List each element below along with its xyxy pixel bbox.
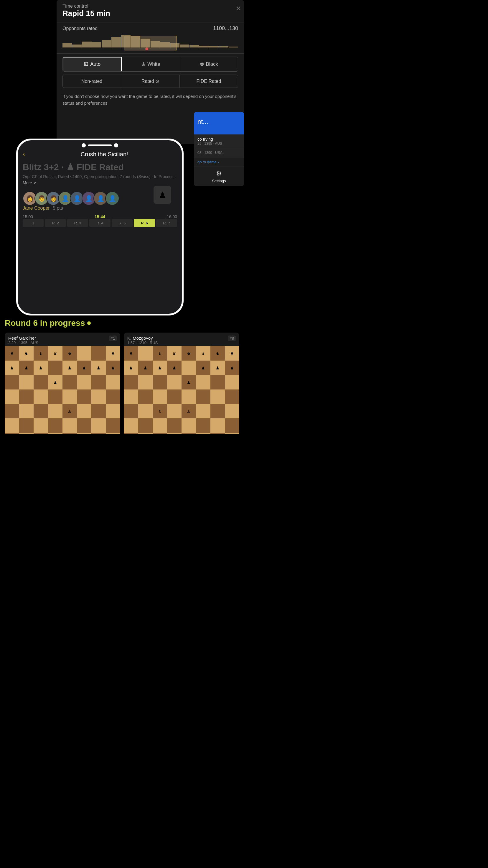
game-card-2[interactable]: K. Mozgovoy 1:57 · 1210 · RUS #8 ♜ ♝ ♛ ♚… [124, 333, 239, 434]
cell: ♟ [196, 361, 210, 375]
game-card-1-player: Reef Gardiner 2:29 · 1395 · AUS [8, 336, 38, 345]
cell [225, 418, 239, 433]
cell: ♙ [5, 433, 19, 434]
close-icon[interactable]: ✕ [236, 5, 241, 12]
tournament-header: Blitz 3+2 · ♟ FIDE Rated Org. CF of Russ… [23, 161, 177, 187]
cell [5, 418, 19, 433]
round-3[interactable]: R. 3 [67, 219, 88, 227]
cell [182, 361, 196, 375]
round-1[interactable]: 1 [23, 219, 44, 227]
cell: ♙ [34, 433, 48, 434]
settings-section[interactable]: ⚙ Settings [194, 167, 244, 186]
gear-icon: ⚙ [216, 170, 222, 178]
cell [210, 390, 225, 404]
games-grid: Reef Gardiner 2:29 · 1395 · AUS #1 ♜ ♞ ♝… [5, 333, 239, 434]
cell: ♞ [210, 346, 225, 361]
cell [153, 375, 167, 390]
cell [63, 390, 77, 404]
cell: ♙ [48, 433, 63, 434]
chess-board-1: ♜ ♞ ♝ ♛ ♚ ♜ ♟ ♟ ♟ ♟ ♟ ♟ ♟ [5, 346, 120, 434]
cell [77, 404, 91, 418]
time-control-value: Rapid 15 min [63, 9, 238, 18]
cell [48, 390, 63, 404]
cell: ♛ [48, 346, 63, 361]
round-6[interactable]: R. 6 [134, 219, 155, 227]
tournament-subtitle: Org. CF of Russia, Rated <1400, Open par… [23, 174, 177, 186]
settings-icon-wrapper: ⚙ Settings [197, 170, 240, 183]
back-arrow-icon[interactable]: ‹ [23, 150, 32, 158]
cell: ♟ [124, 361, 138, 375]
status-preferences-text: status and preferences [63, 100, 107, 105]
cell [77, 390, 91, 404]
rated-button[interactable]: Rated ⊙ [121, 75, 180, 88]
cell [91, 418, 106, 433]
cell [153, 390, 167, 404]
cell: ♙ [182, 404, 196, 418]
sidebar-player-1-info: 29 · 1395 · AUS [197, 142, 240, 146]
round-2[interactable]: R. 2 [45, 219, 66, 227]
color-button-group: ⚄ Auto ♔ White ♚ Black [63, 57, 238, 72]
timeline-start: 15:00 [23, 214, 33, 219]
time-control-section: Time control Rapid 15 min ✕ [57, 0, 244, 22]
cell: ♙ [167, 433, 182, 434]
cell [34, 418, 48, 433]
right-sidebar: nt... co Irving 29 · 1395 · AUS 03 · 139… [194, 112, 244, 186]
cell [34, 390, 48, 404]
cell [106, 390, 120, 404]
round-title-text: Round 6 in progress [5, 318, 85, 328]
cell [106, 418, 120, 433]
cell: ♝ [196, 346, 210, 361]
cell [153, 418, 167, 433]
round-7[interactable]: R. 7 [156, 219, 177, 227]
cell [34, 375, 48, 390]
player-2-info: 1:57 · 1210 · RUS [127, 341, 158, 345]
sidebar-player-1-name: co Irving [197, 137, 240, 142]
cell [91, 390, 106, 404]
bottom-section: Round 6 in progress Reef Gardiner 2:29 ·… [0, 313, 244, 434]
fide-rated-button[interactable]: FIDE Rated [180, 75, 238, 88]
notch-dot-right [114, 143, 118, 148]
cell: ♚ [182, 346, 196, 361]
cell [19, 404, 34, 418]
cell [167, 375, 182, 390]
sidebar-player-2-info: 03 · 1390 · USA [197, 151, 240, 155]
cell [19, 375, 34, 390]
histogram-selector[interactable] [124, 36, 177, 51]
cell: ♟ [77, 361, 91, 375]
histogram-dot [145, 48, 148, 51]
game-card-1[interactable]: Reef Gardiner 2:29 · 1395 · AUS #1 ♜ ♞ ♝… [5, 333, 120, 434]
white-color-button[interactable]: ♔ White [122, 57, 180, 71]
go-to-game-link[interactable]: go to game › [194, 157, 244, 167]
cell [138, 346, 153, 361]
cell: ♟ [225, 361, 239, 375]
leader-pts: 5 pts [53, 206, 63, 211]
cell: ♟ [63, 361, 77, 375]
cell: ♙ [91, 433, 106, 434]
cell [19, 418, 34, 433]
player-1-info: 2:29 · 1395 · AUS [8, 341, 38, 345]
king-white-icon: ♔ [141, 61, 145, 67]
cell [77, 375, 91, 390]
rating-button-group: Non-rated Rated ⊙ FIDE Rated [63, 74, 238, 88]
black-color-button[interactable]: ♚ Black [180, 57, 238, 71]
non-rated-button[interactable]: Non-rated [63, 75, 121, 88]
round-5[interactable]: R. 5 [112, 219, 133, 227]
phone-header: ‹ Crush the Sicilian! [23, 149, 177, 161]
sidebar-player-2: 03 · 1390 · USA [194, 148, 244, 157]
cell: ♟ [19, 361, 34, 375]
auto-label: Auto [90, 61, 100, 67]
cell: ♟ [91, 361, 106, 375]
cell: ♝ [153, 346, 167, 361]
phone-frame: ‹ Crush the Sicilian! Blitz 3+2 · ♟ FIDE… [16, 138, 184, 315]
cell: ♙ [138, 433, 153, 434]
cell [48, 361, 63, 375]
histogram[interactable] [63, 33, 238, 51]
more-link[interactable]: More ∨ [23, 181, 36, 185]
cell [5, 404, 19, 418]
cell: ♙ [77, 433, 91, 434]
game-card-2-player: K. Mozgovoy 1:57 · 1210 · RUS [127, 336, 158, 345]
auto-color-button[interactable]: ⚄ Auto [63, 57, 122, 71]
cell [138, 375, 153, 390]
round-4[interactable]: R. 4 [89, 219, 110, 227]
cell: ♙ [106, 433, 120, 434]
